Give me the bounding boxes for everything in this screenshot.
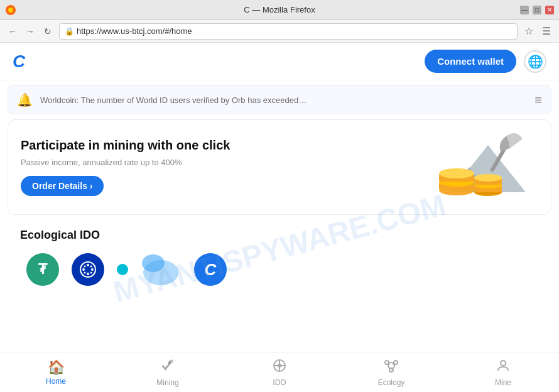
mining-title: Participate in mining with one click	[21, 138, 230, 153]
cardano-coin	[72, 253, 104, 286]
svg-point-25	[142, 254, 165, 272]
minimize-button[interactable]: —	[520, 6, 529, 14]
user-icon	[496, 358, 511, 373]
ido-icon	[272, 358, 287, 377]
browser-window-controls[interactable]: — □ ✕	[520, 6, 554, 14]
list-icon[interactable]: ≡	[535, 93, 542, 107]
close-button[interactable]: ✕	[545, 6, 554, 14]
browser-titlebar: C — Mozilla Firefox — □ ✕	[0, 0, 559, 20]
svg-point-18	[82, 268, 85, 271]
blob-icon	[141, 251, 182, 288]
home-label: Home	[46, 377, 66, 386]
nav-ido[interactable]: IDO	[224, 352, 335, 392]
back-button[interactable]: ←	[6, 25, 19, 38]
connect-wallet-button[interactable]: Connect wallet	[425, 50, 516, 73]
lock-icon: 🔒	[65, 27, 74, 36]
tether-coin: ₮	[26, 253, 59, 286]
c-coin: C	[194, 253, 227, 286]
svg-point-21	[90, 266, 92, 268]
mining-subtitle: Passive income, annualized rate up to 40…	[21, 158, 230, 167]
ecology-svg-icon	[384, 358, 399, 373]
notification-bar: 🔔 Worldcoin: The number of World ID user…	[8, 85, 551, 114]
app-header: C Connect wallet 🌐	[0, 43, 559, 80]
svg-point-17	[87, 273, 89, 275]
svg-point-20	[84, 266, 86, 268]
app-logo: C	[13, 52, 25, 72]
ido-section: Ecological IDO ₮	[8, 220, 551, 297]
nav-mine[interactable]: Mine	[447, 352, 559, 392]
svg-point-41	[501, 361, 506, 366]
menu-button[interactable]: ☰	[540, 25, 553, 38]
svg-point-9	[439, 168, 474, 178]
dot-coin	[117, 264, 128, 275]
svg-point-35	[385, 361, 389, 364]
bell-icon: 🔔	[17, 92, 33, 107]
mine-label: Mine	[495, 378, 511, 387]
address-bar: ← → ↻ 🔒 https://www.us-btcj.com/#/home ☆…	[0, 20, 559, 43]
firefox-logo-icon	[5, 4, 16, 16]
pickaxe-icon	[160, 358, 175, 373]
url-text: https://www.us-btcj.com/#/home	[77, 26, 192, 36]
ecology-icon	[384, 358, 399, 377]
url-bar[interactable]: 🔒 https://www.us-btcj.com/#/home	[59, 23, 518, 40]
mining-text-section: Participate in mining with one click Pas…	[21, 138, 230, 196]
mining-banner: Participate in mining with one click Pas…	[8, 119, 551, 215]
language-button[interactable]: 🌐	[524, 50, 546, 73]
nav-mining[interactable]: Mining	[112, 352, 224, 392]
svg-point-36	[394, 361, 398, 364]
mining-label: Mining	[156, 378, 178, 387]
home-icon: 🏠	[48, 359, 65, 376]
svg-point-23	[90, 272, 92, 274]
svg-point-1	[8, 8, 13, 13]
cardano-icon	[79, 260, 97, 279]
order-details-button[interactable]: Order Details ›	[21, 176, 104, 196]
header-right: Connect wallet 🌐	[425, 50, 546, 73]
browser-left-controls	[5, 4, 16, 16]
mining-icon	[160, 358, 175, 377]
ecology-label: Ecology	[378, 378, 405, 387]
svg-point-29	[278, 364, 281, 368]
svg-point-22	[84, 272, 86, 274]
nav-ecology[interactable]: Ecology	[335, 352, 447, 392]
nav-home[interactable]: 🏠 Home	[0, 352, 112, 392]
svg-point-14	[474, 174, 502, 182]
forward-button[interactable]: →	[24, 25, 36, 38]
ido-label: IDO	[273, 378, 286, 387]
browser-title: C — Mozilla Firefox	[244, 5, 315, 14]
mining-illustration	[400, 133, 538, 202]
mine-icon	[496, 358, 511, 377]
reload-button[interactable]: ↻	[41, 25, 54, 38]
blob-shape	[141, 251, 182, 288]
ido-title: Ecological IDO	[20, 229, 539, 242]
svg-point-19	[91, 268, 94, 271]
notification-text: Worldcoin: The number of World ID users …	[40, 95, 527, 105]
bookmark-button[interactable]: ☆	[523, 25, 535, 38]
bottom-nav: 🏠 Home Mining	[0, 352, 559, 392]
ido-coins-row: ₮	[20, 251, 539, 288]
page-content: C Connect wallet 🌐 🔔 Worldcoin: The numb…	[0, 43, 559, 392]
maximize-button[interactable]: □	[533, 6, 541, 14]
svg-point-16	[87, 264, 89, 266]
ido-svg-icon	[272, 358, 287, 373]
